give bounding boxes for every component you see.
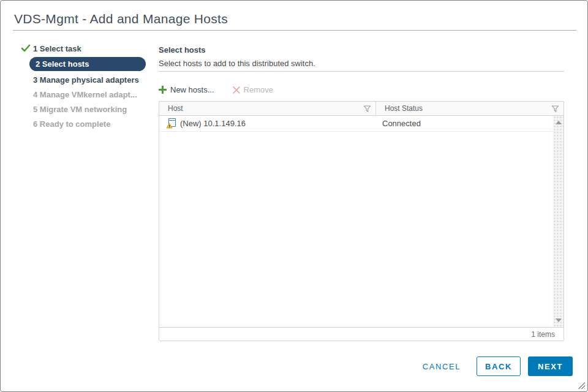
column-header-host[interactable]: Host <box>159 102 376 115</box>
dialog-actions: CANCEL BACK NEXT <box>414 356 573 376</box>
remove-button: Remove <box>233 85 273 94</box>
content-divider <box>159 71 564 72</box>
remove-x-icon <box>233 86 240 94</box>
page-subheading: Select hosts to add to this distributed … <box>159 59 315 68</box>
hosts-toolbar: New hosts... Remove <box>159 85 273 94</box>
scroll-down-icon[interactable] <box>556 318 562 322</box>
check-icon <box>21 43 32 53</box>
page-heading: Select hosts <box>159 45 206 55</box>
filter-icon[interactable] <box>364 105 371 112</box>
vertical-scrollbar[interactable] <box>553 116 564 327</box>
filter-icon[interactable] <box>552 105 559 112</box>
step-label: 3 Manage physical adapters <box>33 75 139 85</box>
column-header-host-status[interactable]: Host Status <box>376 102 564 115</box>
table-header: Host Host Status <box>159 102 564 116</box>
step-item-migrate-vm-networking: 5 Migrate VM networking <box>21 102 146 116</box>
step-item-select-hosts[interactable]: 2 Select hosts <box>21 56 146 72</box>
column-header-label: Host <box>168 104 364 113</box>
dialog-title: VDS-Mgmt - Add and Manage Hosts <box>14 12 228 26</box>
step-label: 6 Ready to complete <box>33 119 110 129</box>
host-cell: (New) 10.1.149.16 <box>159 118 376 129</box>
host-name: (New) 10.1.149.16 <box>180 119 246 128</box>
step-label: 4 Manage VMkernel adapt... <box>33 90 137 99</box>
step-item-ready-to-complete: 6 Ready to complete <box>21 116 146 131</box>
scroll-up-icon[interactable] <box>556 121 562 124</box>
hosts-table: Host Host Status (New) 10.1.1 <box>159 101 564 341</box>
cancel-button[interactable]: CANCEL <box>414 356 469 376</box>
plus-icon <box>159 86 167 94</box>
column-header-label: Host Status <box>385 104 552 113</box>
host-status-cell: Connected <box>376 119 564 128</box>
table-footer: 1 items <box>159 327 564 341</box>
next-button[interactable]: NEXT <box>528 356 573 376</box>
wizard-step-list: 1 Select task 2 Select hosts 3 Manage ph… <box>21 41 146 131</box>
add-and-manage-hosts-dialog: VDS-Mgmt - Add and Manage Hosts 1 Select… <box>0 0 588 392</box>
step-item-manage-vmkernel-adapters: 4 Manage VMkernel adapt... <box>21 87 146 102</box>
step-item-select-task[interactable]: 1 Select task <box>21 41 146 56</box>
title-divider <box>13 30 576 31</box>
remove-label: Remove <box>244 85 273 94</box>
new-hosts-label: New hosts... <box>170 85 214 94</box>
step-label: 5 Migrate VM networking <box>33 105 127 114</box>
resize-grip[interactable] <box>578 382 585 389</box>
items-count: 1 items <box>531 330 555 339</box>
step-label: 1 Select task <box>33 44 81 53</box>
table-body: (New) 10.1.149.16 Connected <box>159 116 564 327</box>
active-step-pill: 2 Select hosts <box>29 57 146 71</box>
host-warning-icon <box>166 118 176 129</box>
new-hosts-button[interactable]: New hosts... <box>159 85 214 94</box>
back-button[interactable]: BACK <box>477 356 521 376</box>
table-row[interactable]: (New) 10.1.149.16 Connected <box>159 116 564 132</box>
step-item-manage-physical-adapters[interactable]: 3 Manage physical adapters <box>21 72 146 87</box>
